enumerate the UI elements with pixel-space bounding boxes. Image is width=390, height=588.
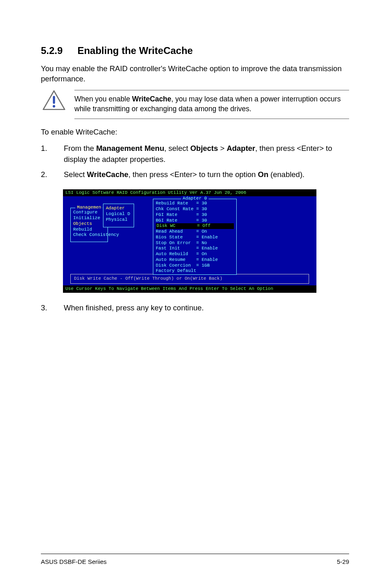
page: 5.2.9Enabling the WriteCache You may ena… xyxy=(0,0,390,588)
footer-right: 5-29 xyxy=(337,558,349,565)
to-enable-label: To enable WriteCache: xyxy=(41,127,349,137)
menu-item: Physical xyxy=(106,217,131,223)
menu-item: Logical D xyxy=(106,211,131,217)
step-number: 3. xyxy=(41,303,64,314)
menu-item: Adapter xyxy=(106,206,131,211)
text: , then press <Enter> to turn the option xyxy=(128,170,258,179)
step-body: When finished, press any key to continue… xyxy=(64,303,349,314)
steps-list: 1. From the Management Menu, select Obje… xyxy=(41,143,349,180)
bold: Adapter xyxy=(226,144,255,153)
menu-item: Objects xyxy=(73,221,105,227)
panel-title: Managemen xyxy=(75,205,103,211)
list-item: 3. When finished, press any key to conti… xyxy=(41,303,349,314)
objects-submenu-panel: Adapter Logical D Physical xyxy=(103,204,134,227)
adapter-row: Disk Coercion = 1GB xyxy=(156,263,234,269)
adapter-row: Rebuild Rate = 30 xyxy=(156,201,234,206)
intro-paragraph: You may enable the RAID controller's Wri… xyxy=(41,64,349,84)
step-number: 2. xyxy=(41,169,64,180)
adapter-row: Chk Const Rate = 30 xyxy=(156,206,234,212)
adapter-row: FGI Rate = 30 xyxy=(156,212,234,218)
heading-number: 5.2.9 xyxy=(41,45,63,56)
warning-bold: WriteCache xyxy=(132,95,171,103)
menu-item: Rebuild xyxy=(73,227,105,233)
adapter-row: BGI Rate = 30 xyxy=(156,218,234,224)
step-body: Select WriteCache, then press <Enter> to… xyxy=(64,169,349,180)
menu-item: Configure xyxy=(73,210,105,215)
bold: WriteCache xyxy=(87,170,128,179)
adapter-row: Auto Rebuild = On xyxy=(156,251,234,257)
warning-text: When you enable WriteCache, you may lose… xyxy=(74,94,349,114)
warning-block: When you enable WriteCache, you may lose… xyxy=(41,90,349,119)
list-item: 1. From the Management Menu, select Obje… xyxy=(41,143,349,165)
section-heading: 5.2.9Enabling the WriteCache xyxy=(41,45,349,56)
bios-title-bar: LSI Logic Software RAID Configuration Ut… xyxy=(63,189,316,197)
text: From the xyxy=(64,144,96,153)
svg-rect-1 xyxy=(53,96,55,103)
adapter-row: Read Ahead = On xyxy=(156,229,234,235)
bios-screen: LSI Logic Software RAID Configuration Ut… xyxy=(63,189,316,293)
adapter-row: Bios State = Enable xyxy=(156,235,234,240)
list-item: 2. Select WriteCache, then press <Enter>… xyxy=(41,169,349,180)
page-footer: ASUS DSBF-DE Seriies 5-29 xyxy=(41,554,349,565)
menu-item: Check Consistency xyxy=(73,232,105,238)
adapter-row: Factory Default xyxy=(156,268,234,274)
bios-hint-area: Disk Write Cache - Off(Write Through) or… xyxy=(70,274,309,284)
heading-title: Enabling the WriteCache xyxy=(77,45,193,56)
svg-point-2 xyxy=(53,105,55,108)
bios-footer-bar: Use Cursor Keys To Navigate Between Item… xyxy=(63,285,316,293)
bold: Objects xyxy=(190,144,218,153)
step-body: From the Management Menu, select Objects… xyxy=(64,143,349,165)
adapter-row: Stop On Error = No xyxy=(156,240,234,246)
management-menu-panel: Managemen Configure Initialize Objects R… xyxy=(70,208,108,242)
menu-item: Initialize xyxy=(73,215,105,221)
adapter-properties-panel: Adapter 0 Rebuild Rate = 30Chk Const Rat… xyxy=(153,199,237,275)
bold: On xyxy=(258,170,269,179)
adapter-row: Auto Resume = Enable xyxy=(156,257,234,263)
step-number: 1. xyxy=(41,143,64,165)
text: (enabled). xyxy=(268,170,304,179)
warning-text-container: When you enable WriteCache, you may lose… xyxy=(74,90,349,119)
steps-list-continued: 3. When finished, press any key to conti… xyxy=(41,303,349,314)
adapter-row: Fast Init = Enable xyxy=(156,246,234,251)
warning-icon xyxy=(43,90,65,110)
bios-body: Managemen Configure Initialize Objects R… xyxy=(63,196,316,274)
adapter-row-selected: Disk WC = Off xyxy=(156,223,234,229)
footer-left: ASUS DSBF-DE Seriies xyxy=(41,558,107,565)
panel-title: Adapter 0 xyxy=(181,196,208,202)
bios-hint-text: Disk Write Cache - Off(Write Through) or… xyxy=(70,274,309,284)
warning-prefix: When you enable xyxy=(74,95,132,103)
text: > xyxy=(218,144,226,153)
text: Select xyxy=(64,170,87,179)
bios-screenshot: LSI Logic Software RAID Configuration Ut… xyxy=(63,189,316,293)
bold: Management Menu xyxy=(96,144,164,153)
text: , select xyxy=(164,144,191,153)
